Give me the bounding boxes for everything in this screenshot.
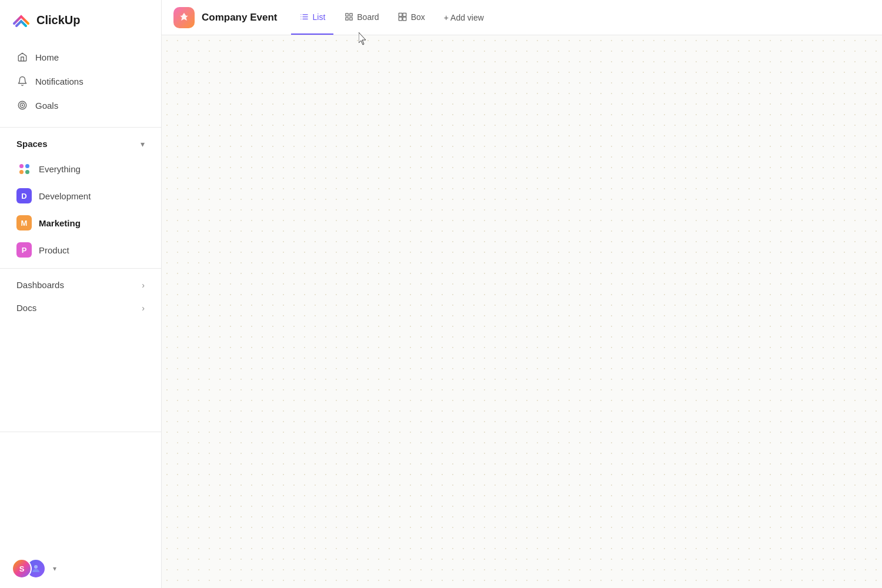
tab-board[interactable]: Board <box>336 0 387 35</box>
chevron-down-icon: ▾ <box>141 139 145 149</box>
bottom-divider <box>0 432 161 432</box>
development-avatar: D <box>16 188 32 203</box>
app-name: ClickUp <box>36 14 80 27</box>
content-area <box>162 35 882 588</box>
dot-grid-background <box>162 35 882 588</box>
svg-rect-12 <box>346 18 348 20</box>
product-label: Product <box>39 245 69 255</box>
board-icon <box>344 12 353 22</box>
main-content: Company Event List <box>162 0 882 588</box>
home-label: Home <box>35 52 59 62</box>
spaces-divider <box>0 268 161 269</box>
product-avatar: P <box>16 242 32 258</box>
sidebar: ClickUp Home Notifications <box>0 0 162 588</box>
sidebar-item-everything[interactable]: Everything <box>5 156 156 182</box>
view-tabs: List Board <box>291 0 492 35</box>
everything-dots-icon <box>16 161 32 176</box>
clickup-logo-icon <box>12 11 31 29</box>
bell-icon <box>16 75 28 87</box>
svg-rect-15 <box>403 13 406 16</box>
add-view-label: + Add view <box>444 13 484 22</box>
primary-avatar: S <box>12 559 32 579</box>
chevron-right-icon: › <box>142 280 145 290</box>
tab-list[interactable]: List <box>291 0 333 35</box>
logo-area[interactable]: ClickUp <box>0 0 161 40</box>
company-event-icon <box>173 7 195 28</box>
spaces-section-header[interactable]: Spaces ▾ <box>5 133 156 155</box>
tab-board-label: Board <box>357 12 379 22</box>
sidebar-item-notifications[interactable]: Notifications <box>5 69 156 93</box>
sidebar-navigation: Home Notifications Goals <box>0 40 161 122</box>
sidebar-item-home[interactable]: Home <box>5 45 156 69</box>
tab-box-label: Box <box>411 12 425 22</box>
box-icon <box>398 12 407 22</box>
docs-label: Docs <box>16 303 36 313</box>
nav-divider <box>0 127 161 128</box>
chevron-right-icon-docs: › <box>142 303 145 313</box>
goals-icon <box>16 99 28 111</box>
svg-point-2 <box>22 105 23 106</box>
tab-box[interactable]: Box <box>390 0 433 35</box>
sidebar-item-marketing[interactable]: M Marketing <box>5 210 156 236</box>
home-icon <box>16 51 28 63</box>
project-title: Company Event <box>202 12 277 24</box>
svg-rect-17 <box>403 17 406 21</box>
marketing-label: Marketing <box>39 218 81 228</box>
notifications-label: Notifications <box>35 76 83 86</box>
svg-rect-16 <box>399 17 402 21</box>
spaces-label: Spaces <box>16 139 48 149</box>
add-view-button[interactable]: + Add view <box>436 0 492 35</box>
marketing-avatar: M <box>16 215 32 230</box>
sidebar-item-dashboards[interactable]: Dashboards › <box>5 274 156 296</box>
tab-list-label: List <box>312 12 325 22</box>
everything-label: Everything <box>39 164 81 174</box>
user-chevron-icon: ▾ <box>53 564 56 573</box>
svg-point-3 <box>34 565 38 569</box>
top-bar: Company Event List <box>162 0 882 35</box>
svg-rect-14 <box>399 13 402 16</box>
sidebar-item-goals[interactable]: Goals <box>5 93 156 117</box>
development-label: Development <box>39 191 91 201</box>
list-icon <box>299 12 309 22</box>
sidebar-item-development[interactable]: D Development <box>5 183 156 209</box>
dashboards-label: Dashboards <box>16 280 64 290</box>
sidebar-item-docs[interactable]: Docs › <box>5 297 156 319</box>
avatar-stack: S <box>12 559 46 579</box>
svg-rect-13 <box>350 18 352 20</box>
sidebar-item-product[interactable]: P Product <box>5 237 156 263</box>
svg-rect-11 <box>350 14 352 16</box>
goals-label: Goals <box>35 101 58 111</box>
user-profile-area[interactable]: S ▾ <box>0 549 161 588</box>
svg-rect-10 <box>346 14 348 16</box>
